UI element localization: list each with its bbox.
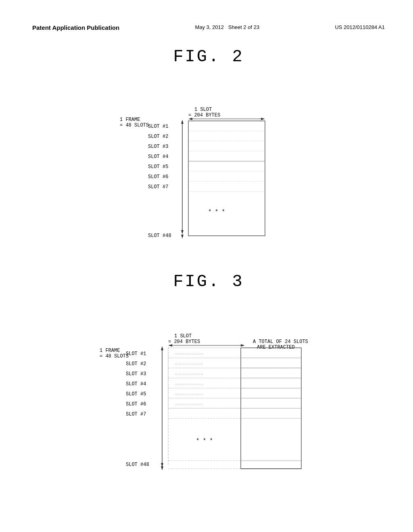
- fig2-slot48-label: SLOT #48: [148, 233, 171, 239]
- header-date: May 3, 2012: [195, 24, 224, 30]
- fig3-frame-label1: 1 FRAME: [100, 348, 120, 353]
- fig3-slot1-label: SLOT #1: [126, 351, 146, 357]
- fig3-dots4: ::::::::::::::::::::: [174, 383, 203, 386]
- header-center: May 3, 2012 Sheet 2 of 23: [195, 24, 259, 30]
- fig2-main-rect: [188, 121, 265, 236]
- fig2-slot-label1: 1 SLOT: [194, 107, 212, 112]
- fig3-dots3: ::::::::::::::::::::: [174, 373, 203, 376]
- fig2-svg: 1 FRAME = 48 SLOTS 1 SLOT = 204 BYTES: [108, 79, 309, 248]
- fig3-slot2-label: SLOT #2: [126, 361, 146, 367]
- fig3-slot48-label: SLOT #48: [126, 462, 149, 468]
- fig2-slot2-label: SLOT #2: [148, 134, 168, 139]
- fig3-dots1: ::::::::::::::::::::: [174, 353, 203, 355]
- fig3-arrow-right: [241, 344, 245, 347]
- fig3-slot3-label: SLOT #3: [126, 371, 146, 377]
- fig3-slot4-label: SLOT #4: [126, 381, 146, 387]
- fig3-section: FIG. 3 1 FRAME = 48 SLOTS 1 SLOT = 204 B…: [32, 272, 385, 485]
- fig2-slot3-label: SLOT #3: [148, 144, 168, 150]
- fig3-svg: 1 FRAME = 48 SLOTS 1 SLOT = 204 BYTES A …: [96, 303, 321, 485]
- page: Patent Application Publication May 3, 20…: [0, 0, 413, 532]
- fig2-section: FIG. 2 1 FRAME = 48 SLOTS 1 SLOT = 204 B…: [32, 47, 385, 248]
- fig3-slot48-arrow: [161, 466, 163, 470]
- fig2-slot4-label: SLOT #4: [148, 154, 168, 160]
- header: Patent Application Publication May 3, 20…: [32, 24, 385, 31]
- fig3-diagram: 1 FRAME = 48 SLOTS 1 SLOT = 204 BYTES A …: [32, 303, 385, 485]
- fig3-slot6-label: SLOT #6: [126, 401, 146, 407]
- fig3-title: FIG. 3: [32, 272, 385, 291]
- fig2-title: FIG. 2: [32, 47, 385, 66]
- fig3-slot-label2: = 204 BYTES: [168, 339, 200, 345]
- fig3-slot7-label: SLOT #7: [126, 411, 146, 417]
- fig2-frame-arrow-up: [181, 120, 184, 124]
- fig3-extra-label2: ARE EXTRACTED: [257, 345, 295, 350]
- fig2-arrow-right: [261, 118, 265, 120]
- fig3-frame-arrow-up: [161, 346, 163, 350]
- fig3-frame-label2: = 48 SLOTS: [100, 353, 129, 359]
- fig2-slot48-arrow: [181, 235, 184, 239]
- fig3-dots2: ::::::::::::::::::::: [174, 363, 203, 366]
- header-left: Patent Application Publication: [32, 24, 119, 31]
- fig2-slot-label2: = 204 BYTES: [188, 112, 220, 118]
- fig3-ellipsis: * * *: [196, 438, 213, 444]
- header-right: US 2012/0110284 A1: [335, 24, 385, 30]
- fig3-slot-label1: 1 SLOT: [174, 333, 192, 339]
- header-sheet: Sheet 2 of 23: [228, 24, 259, 30]
- fig2-frame-label1: 1 FRAME: [120, 117, 140, 123]
- fig2-diagram: 1 FRAME = 48 SLOTS 1 SLOT = 204 BYTES: [32, 79, 385, 248]
- fig2-slot1-label: SLOT #1: [148, 124, 168, 129]
- fig2-slot5-label: SLOT #5: [148, 164, 168, 170]
- fig3-extra-label1: A TOTAL OF 24 SLOTS: [253, 339, 308, 345]
- fig3-dots5: ::::::::::::::::::::: [174, 393, 203, 396]
- fig2-frame-label2: = 48 SLOTS: [120, 123, 149, 128]
- fig2-ellipsis: * * *: [208, 209, 225, 215]
- fig2-frame-arrow-down: [181, 230, 184, 234]
- fig3-slot5-label: SLOT #5: [126, 391, 146, 397]
- fig2-slot7-label: SLOT #7: [148, 184, 168, 190]
- fig3-dots6: ::::::::::::::::::::: [174, 403, 203, 406]
- fig2-slot6-label: SLOT #6: [148, 174, 168, 180]
